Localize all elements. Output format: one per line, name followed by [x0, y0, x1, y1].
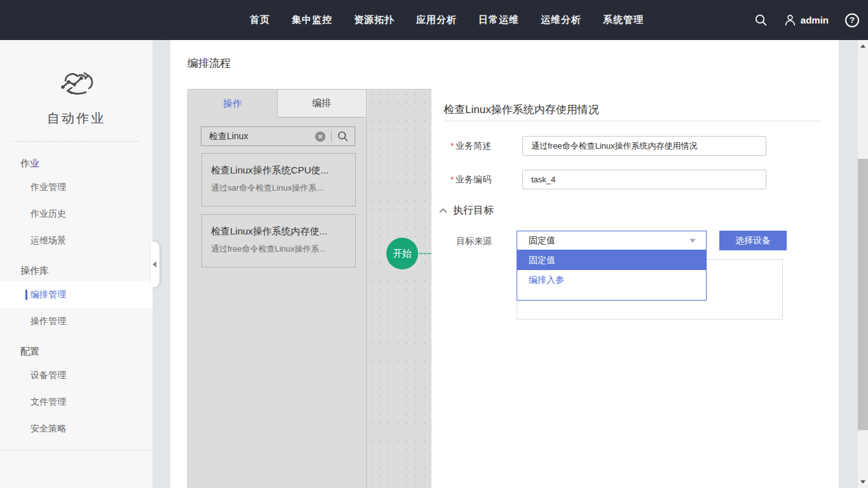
flow-canvas[interactable]: 开始	[367, 89, 431, 488]
dropdown-option-fixed-value[interactable]: 固定值	[517, 250, 706, 270]
card-description: 通过free命令检查Linux操作系...	[202, 238, 355, 255]
navbar-right: admin	[754, 0, 859, 40]
sidebar: 自动作业 作业 作业管理 作业历史 运维场景 操作库 编排管理 操作管理 配置 …	[0, 40, 153, 488]
palette-search-input[interactable]	[201, 132, 315, 142]
right-gutter	[839, 40, 858, 488]
business-code-input[interactable]	[522, 170, 766, 189]
task-detail-title: 检查Linux操作系统内存使用情况	[444, 102, 599, 117]
sidebar-item-job-history[interactable]: 作业历史	[0, 201, 153, 227]
app-title: 自动作业	[0, 110, 153, 127]
sidebar-divider	[13, 141, 139, 142]
start-node[interactable]: 开始	[386, 238, 418, 269]
clear-search-icon[interactable]	[315, 132, 325, 142]
help-icon[interactable]	[845, 13, 859, 27]
sidebar-item-ops-scenario[interactable]: 运维场景	[0, 227, 153, 254]
sidebar-item-device-management[interactable]: 设备管理	[0, 362, 153, 389]
search-separator	[331, 132, 332, 142]
palette-tabbar: 操作 编排	[188, 90, 366, 118]
sidebar-bottom-divider	[0, 450, 153, 451]
sidebar-section-config: 配置	[0, 335, 153, 362]
nav-item-ops-analysis[interactable]: 运维分析	[541, 14, 581, 26]
sidebar-item-security-policy[interactable]: 安全策略	[0, 416, 153, 442]
section-title: 执行目标	[453, 204, 494, 217]
card-title: 检查Linux操作系统CPU使...	[202, 154, 355, 177]
sidebar-section-operation-library: 操作库	[0, 254, 153, 281]
operation-palette-panel: 操作 编排 检查Linux操作系统CPU使... 通过sar命令检查Linux操…	[187, 89, 367, 488]
app-logo: 自动作业	[0, 64, 153, 127]
select-device-button[interactable]: 选择设备	[719, 231, 787, 250]
sidebar-item-operation-management[interactable]: 操作管理	[0, 308, 153, 335]
scrollbar-down-arrow-icon[interactable]	[860, 480, 865, 484]
sidebar-item-job-management[interactable]: 作业管理	[0, 174, 153, 201]
sidebar-item-file-management[interactable]: 文件管理	[0, 389, 153, 416]
user-menu[interactable]: admin	[784, 14, 829, 27]
sidebar-section-jobs: 作业	[0, 147, 153, 174]
tab-orchestration[interactable]: 编排	[277, 90, 367, 118]
tab-operation[interactable]: 操作	[188, 90, 277, 118]
start-node-connector	[419, 253, 431, 254]
label-text: 业务编码	[456, 174, 491, 184]
label-text: 业务简述	[456, 140, 491, 151]
page-title: 编排流程	[187, 56, 231, 71]
nav-item-topology[interactable]: 资源拓扑	[354, 14, 395, 26]
card-description: 通过sar命令检查Linux操作系...	[202, 177, 355, 194]
dropdown-option-orchestration-param[interactable]: 编排入参	[517, 270, 706, 290]
scrollbar-up-arrow-icon[interactable]	[860, 44, 865, 48]
nav-item-daily-ops[interactable]: 日常运维	[478, 14, 519, 26]
operation-card-memory[interactable]: 检查Linux操作系统内存使... 通过free命令检查Linux操作系...	[201, 214, 356, 268]
main-menu: 首页 集中监控 资源拓扑 应用分析 日常运维 运维分析 系统管理	[250, 0, 644, 40]
execution-target-section-header[interactable]: 执行目标	[439, 204, 494, 217]
search-icon[interactable]	[754, 13, 768, 27]
nav-item-system-mgmt[interactable]: 系统管理	[603, 14, 644, 26]
card-title: 检查Linux操作系统内存使...	[202, 215, 355, 238]
sidebar-menu: 作业 作业管理 作业历史 运维场景 操作库 编排管理 操作管理 配置 设备管理 …	[0, 147, 153, 442]
nav-item-monitoring[interactable]: 集中监控	[292, 14, 332, 26]
sidebar-collapse-handle[interactable]	[151, 241, 159, 287]
title-divider	[444, 121, 822, 121]
palette-search-icon[interactable]	[337, 131, 348, 142]
nav-item-app-analysis[interactable]: 应用分析	[416, 14, 457, 26]
field-label-business-code: *业务编码	[451, 174, 491, 186]
username: admin	[801, 15, 829, 25]
collapse-left-arrow-icon	[153, 261, 156, 268]
user-icon	[784, 14, 796, 27]
target-source-dropdown: 固定值 编排入参	[517, 250, 707, 301]
select-value: 固定值	[517, 235, 689, 247]
sidebar-item-orchestration-management[interactable]: 编排管理	[0, 281, 153, 308]
scrollbar-thumb[interactable]	[858, 159, 868, 430]
palette-search-box	[201, 126, 355, 146]
top-navbar: 首页 集中监控 资源拓扑 应用分析 日常运维 运维分析 系统管理 admin	[0, 0, 868, 40]
operation-card-cpu[interactable]: 检查Linux操作系统CPU使... 通过sar命令检查Linux操作系...	[201, 153, 356, 207]
select-caret-down-icon	[689, 239, 696, 243]
nav-item-home[interactable]: 首页	[250, 14, 270, 26]
required-mark: *	[451, 141, 454, 151]
cloud-automation-icon	[57, 64, 96, 98]
chevron-up-icon	[439, 208, 447, 214]
business-summary-input[interactable]	[522, 136, 766, 156]
active-indicator-bar	[25, 290, 27, 300]
target-source-select[interactable]: 固定值	[517, 231, 707, 250]
target-source-label: 目标来源	[456, 236, 492, 247]
sidebar-item-label: 编排管理	[31, 289, 66, 299]
required-mark: *	[451, 175, 454, 184]
page-scrollbar[interactable]	[858, 40, 868, 488]
field-label-business-summary: *业务简述	[451, 140, 491, 152]
